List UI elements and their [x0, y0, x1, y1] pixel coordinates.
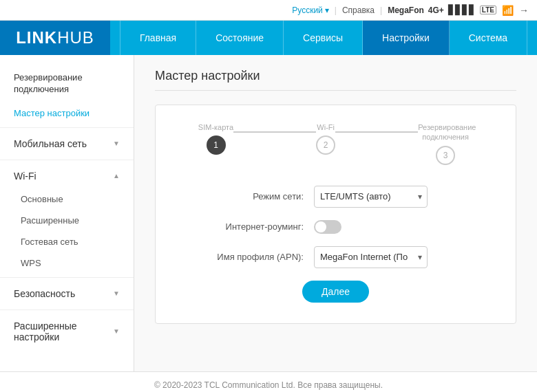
footer: © 2020-2023 TCL Communication Ltd. Все п…: [0, 371, 537, 392]
nav-item-system[interactable]: Система: [450, 21, 527, 55]
roaming-control: [314, 220, 495, 234]
signal-bars-icon: ▋▋▋▋: [448, 5, 476, 15]
provider-name: MegaFon: [388, 6, 424, 15]
apn-row: Имя профиля (APN): MegaFon Internet (По …: [176, 246, 495, 268]
navbar-menu: Главная Состояние Сервисы Настройки Сист…: [110, 21, 537, 55]
sidebar-subitem-basic[interactable]: Основные: [0, 188, 134, 210]
sidebar-item-mobile[interactable]: Мобильная сеть ▼: [0, 131, 134, 156]
logout-icon[interactable]: →: [519, 5, 529, 16]
logo[interactable]: LINKHUB: [0, 21, 110, 55]
connection-status: MegaFon 4G+ ▋▋▋▋ LTE: [388, 5, 496, 15]
top-bar: Русский ▾ | Справка | MegaFon 4G+ ▋▋▋▋ L…: [0, 0, 537, 21]
step-line-1: [233, 131, 316, 133]
divider4: [0, 309, 134, 310]
network-mode-row: Режим сети: LTE/UMTS (авто) LTE UMTS GSM: [176, 186, 495, 208]
step-1-circle: 1: [207, 135, 226, 155]
sidebar-group-advanced: Расширенные настройки ▼: [0, 314, 134, 349]
lte-icon: LTE: [480, 6, 496, 14]
network-mode-control: LTE/UMTS (авто) LTE UMTS GSM: [314, 186, 495, 208]
apn-control: MegaFon Internet (По умолч...: [314, 246, 495, 268]
apn-select-wrapper: MegaFon Internet (По умолч...: [314, 246, 428, 268]
logo-hub-text: HUB: [57, 28, 94, 47]
nav-item-home[interactable]: Главная: [120, 21, 196, 55]
divider3: [0, 277, 134, 278]
signal-strength-label: 4G+: [428, 6, 444, 15]
sidebar: Резервирование подключения Мастер настро…: [0, 55, 134, 371]
apn-label: Имя профиля (APN):: [176, 252, 314, 262]
step-1-label: SIM-карта: [198, 122, 233, 132]
navbar: LINKHUB Главная Состояние Сервисы Настро…: [0, 21, 537, 55]
chevron-security: ▼: [113, 290, 120, 297]
sidebar-group-security: Безопасность ▼: [0, 281, 134, 306]
step-1: SIM-карта 1: [198, 122, 233, 155]
network-mode-select[interactable]: LTE/UMTS (авто) LTE UMTS GSM: [314, 186, 428, 208]
sidebar-group-master: Мастер настройки: [0, 102, 134, 124]
network-mode-label: Режим сети:: [176, 191, 314, 202]
wizard-steps: SIM-карта 1 Wi-Fi 2 Резервирование п: [176, 122, 495, 165]
separator: |: [335, 6, 337, 15]
step-3-circle: 3: [436, 146, 455, 165]
step-2-label: Wi-Fi: [317, 122, 335, 132]
sidebar-item-security[interactable]: Безопасность ▼: [0, 281, 134, 306]
next-button[interactable]: Далее: [302, 281, 369, 303]
language-label: Русский: [292, 6, 323, 15]
chevron-mobile: ▼: [113, 140, 120, 147]
sidebar-subitem-wps[interactable]: WPS: [0, 252, 134, 274]
sidebar-group-mobile: Мобильная сеть ▼: [0, 131, 134, 156]
sidebar-item-master[interactable]: Мастер настройки: [0, 102, 134, 124]
content-area: Мастер настройки SIM-карта 1 Wi-Fi 2: [134, 55, 537, 371]
nav-item-status[interactable]: Состояние: [196, 21, 284, 55]
sidebar-item-advanced[interactable]: Расширенные настройки ▼: [0, 314, 134, 349]
footer-text: © 2020-2023 TCL Communication Ltd. Все п…: [154, 380, 383, 390]
step-2: Wi-Fi 2: [316, 122, 335, 155]
divider1: [0, 127, 134, 128]
nav-item-services[interactable]: Сервисы: [284, 21, 363, 55]
sidebar-subitem-advanced[interactable]: Расширенные: [0, 210, 134, 231]
sidebar-group-wifi: Wi-Fi ▲ Основные Расширенные Гостевая се…: [0, 164, 134, 274]
sidebar-group-backup: Резервирование подключения: [0, 65, 134, 102]
step-3-label: Резервирование подключения: [418, 122, 473, 142]
language-selector[interactable]: Русский ▾: [292, 6, 329, 15]
page-title: Мастер настройки: [155, 69, 516, 91]
step-2-circle: 2: [316, 135, 335, 155]
roaming-row: Интернет-роуминг:: [176, 220, 495, 234]
language-chevron: ▾: [325, 6, 329, 15]
wizard-box: SIM-карта 1 Wi-Fi 2 Резервирование п: [155, 105, 516, 324]
roaming-label: Интернет-роуминг:: [176, 221, 314, 232]
step-3: Резервирование подключения 3: [418, 122, 473, 165]
divider2: [0, 160, 134, 160]
wifi-icon: 📶: [502, 5, 514, 16]
chevron-wifi: ▲: [113, 172, 120, 179]
logo-link-text: LINK: [16, 28, 57, 47]
apn-select[interactable]: MegaFon Internet (По умолч...: [314, 246, 428, 268]
separator2: |: [380, 6, 382, 15]
sidebar-subitem-guest[interactable]: Гостевая сеть: [0, 231, 134, 252]
next-button-row: Далее: [176, 281, 495, 303]
nav-item-settings[interactable]: Настройки: [363, 21, 450, 55]
sidebar-item-backup[interactable]: Резервирование подключения: [0, 65, 134, 102]
step-line-2: [335, 131, 418, 133]
main-layout: Резервирование подключения Мастер настро…: [0, 55, 537, 371]
sidebar-item-wifi[interactable]: Wi-Fi ▲: [0, 164, 134, 188]
help-link[interactable]: Справка: [342, 6, 375, 15]
roaming-toggle[interactable]: [314, 220, 341, 234]
network-mode-select-wrapper: LTE/UMTS (авто) LTE UMTS GSM: [314, 186, 428, 208]
chevron-advanced: ▼: [113, 327, 120, 335]
